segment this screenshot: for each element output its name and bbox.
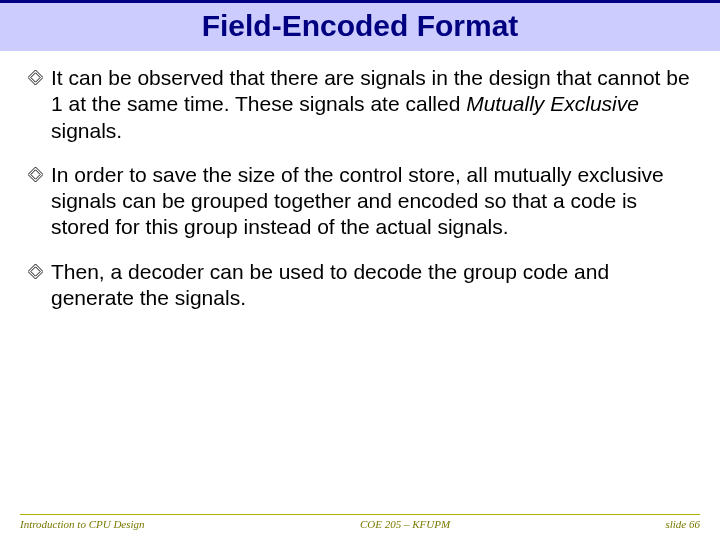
title-inner: Field-Encoded Format (0, 3, 720, 51)
svg-marker-3 (31, 170, 40, 179)
diamond-bullet-icon (28, 70, 43, 89)
bullet-text: It can be observed that there are signal… (51, 65, 692, 144)
footer-divider (20, 514, 700, 515)
footer: Introduction to CPU Design COE 205 – KFU… (0, 514, 720, 530)
footer-right: slide 66 (665, 518, 700, 530)
bullet-pre: In order to save the size of the control… (51, 163, 664, 239)
diamond-bullet-icon (28, 264, 43, 283)
bullet-item: Then, a decoder can be used to decode th… (28, 259, 692, 312)
footer-left: Introduction to CPU Design (20, 518, 145, 530)
diamond-bullet-icon (28, 167, 43, 186)
bullet-em: Mutually Exclusive (466, 92, 639, 115)
bullet-item: It can be observed that there are signal… (28, 65, 692, 144)
svg-marker-1 (31, 73, 40, 82)
title-bar: Field-Encoded Format (0, 0, 720, 51)
bullet-item: In order to save the size of the control… (28, 162, 692, 241)
bullet-text: Then, a decoder can be used to decode th… (51, 259, 692, 312)
footer-row: Introduction to CPU Design COE 205 – KFU… (20, 518, 700, 530)
slide-title: Field-Encoded Format (202, 9, 519, 42)
content-area: It can be observed that there are signal… (0, 51, 720, 311)
footer-center: COE 205 – KFUPM (145, 518, 666, 530)
bullet-pre: Then, a decoder can be used to decode th… (51, 260, 609, 309)
bullet-post: signals. (51, 119, 122, 142)
svg-marker-5 (31, 266, 40, 275)
bullet-text: In order to save the size of the control… (51, 162, 692, 241)
